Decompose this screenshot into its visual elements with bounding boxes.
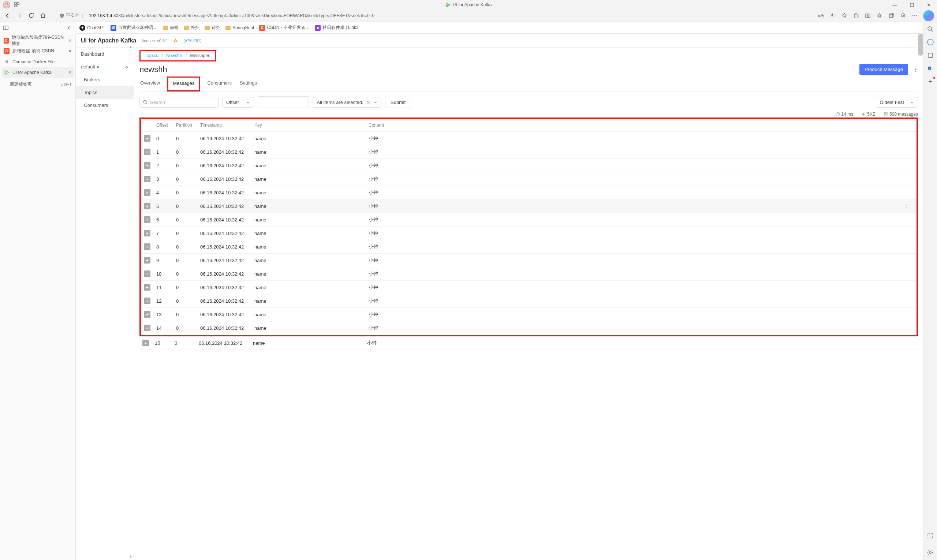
sidebar-item-topics[interactable]: Topics <box>76 86 134 99</box>
bookmark-item[interactable]: 前端 <box>163 25 178 31</box>
refresh-button[interactable] <box>26 11 36 20</box>
menu-button[interactable]: ⋯ <box>910 11 919 20</box>
scrollbar-thumb[interactable] <box>918 34 923 55</box>
close-tab-icon[interactable]: ✕ <box>68 70 72 75</box>
expand-row-button[interactable]: + <box>144 216 151 223</box>
expand-row-button[interactable]: + <box>144 189 151 196</box>
bookmark-item[interactable]: 译百度翻译-200种语… <box>111 25 158 31</box>
expand-row-button[interactable]: + <box>144 311 151 318</box>
collapse-tabs-icon[interactable] <box>66 25 73 31</box>
performance-button[interactable] <box>898 11 908 20</box>
bookmark-item[interactable]: ✦ChatGPT <box>79 25 105 31</box>
screenshot-sidebar-icon[interactable] <box>926 531 934 540</box>
seek-type-select[interactable]: Offset <box>222 97 254 108</box>
row-menu-button[interactable]: ⋮ <box>905 203 909 208</box>
bookmark-item[interactable]: CCSDN - 专业开发者… <box>259 25 310 31</box>
bookmark-item[interactable]: 待办 <box>205 25 220 31</box>
table-row[interactable]: +8006.16.2024 10:32:42name小钟 <box>141 240 917 254</box>
table-row[interactable]: +12006.16.2024 10:32:42name小钟 <box>141 294 917 308</box>
vertical-tab[interactable]: C新增粉丝-消息-CSDN✕ <box>2 46 74 56</box>
close-tab-icon[interactable]: ✕ <box>68 38 72 43</box>
table-row[interactable]: +13006.16.2024 10:32:42name小钟 <box>141 308 917 322</box>
table-row[interactable]: +9006.16.2024 10:32:42name小钟 <box>141 254 917 267</box>
sidebar-item-brokers[interactable]: Brokers <box>76 73 134 86</box>
sidebar-item-consumers[interactable]: Consumers <box>76 99 134 112</box>
scroll-up-icon[interactable]: ▲ <box>129 45 132 49</box>
copilot-sidebar-icon[interactable] <box>926 38 934 46</box>
minimize-button[interactable]: — <box>886 0 903 9</box>
table-row[interactable]: +7006.16.2024 10:32:42name小钟 <box>141 226 917 240</box>
tabs-panel-icon[interactable] <box>3 25 9 31</box>
bookmark-item[interactable]: SpringBoot <box>225 25 254 31</box>
expand-row-button[interactable]: + <box>144 271 151 277</box>
security-indicator[interactable]: ! 不安全 | <box>57 12 87 18</box>
col-timestamp[interactable]: Timestamp <box>197 119 251 132</box>
vertical-tab[interactable]: C她似婉风般温柔789-CSDN博客✕ <box>2 35 74 46</box>
expand-row-button[interactable]: + <box>144 243 151 250</box>
expand-row-button[interactable]: + <box>144 162 151 169</box>
submit-button[interactable]: Submit <box>385 97 411 108</box>
workspaces-icon[interactable] <box>12 2 22 8</box>
sidebar-item-dashboard[interactable]: Dashboard <box>76 48 134 60</box>
table-row[interactable]: +2006.16.2024 10:32:42name小钟 <box>141 159 917 172</box>
vertical-tab[interactable]: UI for Apache Kafka✕ <box>2 67 74 78</box>
expand-row-button[interactable]: + <box>144 176 151 182</box>
tab-consumers[interactable]: Consumers <box>206 77 232 91</box>
scroll-down-icon[interactable]: ▼ <box>129 554 132 558</box>
table-row[interactable]: +11006.16.2024 10:32:42name小钟 <box>141 281 917 294</box>
table-row[interactable]: +4006.16.2024 10:32:42name小钟 <box>141 186 917 200</box>
new-tab-button[interactable]: + 新建标签页 Ctrl+T <box>0 79 75 89</box>
table-row[interactable]: +3006.16.2024 10:32:42name小钟 <box>141 172 917 186</box>
tools-sidebar-icon[interactable] <box>926 51 934 59</box>
search-input[interactable]: Search <box>140 97 218 108</box>
close-tab-icon[interactable]: ✕ <box>68 49 72 54</box>
table-row[interactable]: +6006.16.2024 10:32:42name小钟 <box>141 213 917 226</box>
favorite-button[interactable] <box>840 11 849 20</box>
topic-menu-button[interactable]: ⋮ <box>913 67 918 72</box>
maximize-button[interactable] <box>903 0 920 9</box>
expand-row-button[interactable]: + <box>144 135 151 142</box>
close-button[interactable]: ✕ <box>920 0 937 9</box>
expand-row-button[interactable]: + <box>144 203 151 209</box>
tab-overview[interactable]: Overview <box>140 77 161 91</box>
outlook-sidebar-icon[interactable]: o <box>926 65 934 72</box>
settings-sidebar-icon[interactable] <box>926 548 934 556</box>
breadcrumb-topics[interactable]: Topics <box>146 53 158 58</box>
expand-row-button[interactable]: + <box>144 284 151 291</box>
translate-button[interactable]: aあ <box>816 11 826 20</box>
vertical-tab[interactable]: ⚙Compose Docker File <box>2 56 74 67</box>
bookmark-item[interactable]: ■秋日软件库 | Link3 <box>315 25 358 31</box>
partition-filter-chip[interactable]: All items are selected. ✕ <box>312 97 381 108</box>
expand-row-button[interactable]: + <box>144 298 151 304</box>
extensions-button[interactable] <box>851 11 861 20</box>
expand-row-button[interactable]: + <box>142 340 149 346</box>
seek-value-input[interactable] <box>258 96 309 108</box>
table-row[interactable]: +15006.16.2024 10:32:42name小钟 <box>140 336 918 350</box>
expand-row-button[interactable]: + <box>144 257 151 263</box>
tab-settings[interactable]: Settings <box>239 77 258 91</box>
home-button[interactable] <box>38 11 48 20</box>
search-sidebar-icon[interactable] <box>926 25 934 33</box>
split-screen-button[interactable] <box>863 11 872 20</box>
profile-avatar[interactable] <box>3 1 10 8</box>
table-row[interactable]: +10006.16.2024 10:32:42name小钟 <box>141 267 917 281</box>
add-sidebar-icon[interactable]: + <box>926 78 934 86</box>
sidebar-item-cluster[interactable]: default <box>76 60 134 73</box>
produce-message-button[interactable]: Produce Message <box>859 64 908 75</box>
copilot-button[interactable] <box>923 10 934 21</box>
table-row[interactable]: +14006.16.2024 10:32:42name小钟 <box>141 322 917 335</box>
url-display[interactable]: 192.168.1.4:8080/ui/clusters/default/top… <box>89 13 814 18</box>
table-row[interactable]: +5006.16.2024 10:32:42name小钟⋮ <box>141 200 917 213</box>
app-commit-sha[interactable]: (e75c251) <box>183 38 202 43</box>
table-row[interactable]: +1006.16.2024 10:32:42name小钟 <box>141 145 917 159</box>
col-partition[interactable]: Partition <box>173 119 197 132</box>
tab-messages[interactable]: Messages <box>168 78 199 91</box>
col-offset[interactable]: Offset <box>153 119 173 132</box>
breadcrumb-topic[interactable]: Newshh <box>166 53 182 58</box>
expand-row-button[interactable]: + <box>144 230 151 237</box>
favorites-bar-button[interactable] <box>875 11 884 20</box>
read-aloud-button[interactable]: A» <box>828 11 837 20</box>
collections-button[interactable] <box>886 11 896 20</box>
bookmark-item[interactable]: 外挂 <box>184 25 200 31</box>
clear-icon[interactable]: ✕ <box>366 100 371 105</box>
